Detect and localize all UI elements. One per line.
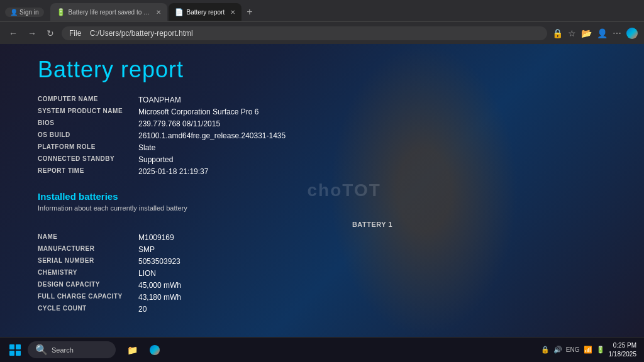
taskbar: 🔍 Search 📁 🔒 🔊 ENG 📶 🔋 0:25 PM 1/18/2025	[0, 337, 644, 362]
info-row-connected-standby: CONNECTED STANDBY Supported	[38, 155, 606, 164]
battery-row-manufacturer: MANUFACTURER SMP	[38, 245, 181, 254]
value-serial: 5053503923	[138, 257, 180, 266]
value-cycle-count: 20	[138, 305, 147, 314]
value-os-build: 26100.1.amd64fre.ge_release.240331-1435	[138, 131, 286, 140]
document-tab-icon: 📄	[175, 8, 184, 16]
report-content: Battery report COMPUTER NAME TOANPHAM SY…	[0, 44, 644, 337]
battery-row-serial: SERIAL NUMBER 5053503923	[38, 257, 181, 266]
tray-speaker-icon: 🔊	[553, 346, 562, 354]
collections-icon[interactable]: 📂	[581, 28, 592, 38]
win-logo-bl	[9, 351, 14, 356]
label-name: NAME	[38, 233, 138, 242]
info-row-platform-role: PLATFORM ROLE Slate	[38, 143, 606, 152]
settings-icon[interactable]: ⋯	[613, 28, 621, 38]
tab-close-battery-report[interactable]: ✕	[230, 9, 235, 16]
browser-content: choTOT Battery report COMPUTER NAME TOAN…	[0, 44, 644, 337]
clock-date: 1/18/2025	[609, 350, 637, 359]
label-bios: BIOS	[38, 119, 138, 128]
label-computer-name: COMPUTER NAME	[38, 96, 138, 104]
taskbar-file-explorer[interactable]: 📁	[123, 341, 141, 359]
tray-security-icon: 🔒	[541, 346, 550, 354]
value-name: M1009169	[138, 233, 174, 242]
tab-battery-life[interactable]: 🔋 Battery life report saved to file p...…	[50, 3, 167, 21]
label-system-product: SYSTEM PRODUCT NAME	[38, 107, 138, 116]
wifi-icon: 📶	[584, 346, 592, 354]
value-bios: 239.779.768 08/11/2015	[138, 119, 220, 128]
account-icon[interactable]: 👤	[597, 28, 608, 38]
tab-bar: 👤 Sign in 🔋 Battery life report saved to…	[0, 0, 644, 21]
battery-row-chemistry: CHEMISTRY LION	[38, 269, 181, 278]
signin-tab-btn[interactable]: 👤 Sign in	[5, 8, 44, 17]
value-connected-standby: Supported	[138, 155, 173, 164]
search-label: Search	[52, 346, 74, 354]
taskbar-tray: 🔒 🔊 ENG 📶 🔋 0:25 PM 1/18/2025	[541, 341, 639, 359]
battery-rows: NAME M1009169 MANUFACTURER SMP SERIAL NU…	[38, 233, 181, 317]
battery-row-design-capacity: DESIGN CAPACITY 45,000 mWh	[38, 281, 181, 290]
toolbar-icons: 🔒 ☆ 📂 👤 ⋯	[552, 28, 638, 39]
battery-row-name: NAME M1009169	[38, 233, 181, 242]
label-chemistry: CHEMISTRY	[38, 269, 138, 278]
favorite-icon[interactable]: ☆	[568, 28, 576, 38]
taskbar-search-bar[interactable]: 🔍 Search	[28, 341, 116, 358]
edge-icon-small	[150, 345, 160, 355]
search-icon: 🔍	[35, 344, 48, 356]
info-row-bios: BIOS 239.779.768 08/11/2015	[38, 119, 606, 128]
installed-batteries-subtitle: Information about each currently install…	[38, 204, 606, 212]
label-full-charge: FULL CHARGE CAPACITY	[38, 293, 138, 302]
battery-tab-icon: 🔋	[57, 8, 65, 16]
value-system-product: Microsoft Corporation Surface Pro 6	[138, 107, 258, 116]
system-info-table: COMPUTER NAME TOANPHAM SYSTEM PRODUCT NA…	[38, 96, 606, 176]
edge-logo	[626, 28, 638, 39]
window-controls: 👤 Sign in	[5, 8, 44, 17]
taskbar-pinned-icons: 📁	[118, 341, 538, 359]
value-manufacturer: SMP	[138, 245, 155, 254]
label-manufacturer: MANUFACTURER	[38, 245, 138, 254]
start-button[interactable]	[5, 340, 25, 360]
clock: 0:25 PM 1/18/2025	[609, 341, 637, 359]
label-cycle-count: CYCLE COUNT	[38, 305, 138, 314]
label-serial: SERIAL NUMBER	[38, 257, 138, 266]
battery-column-header: BATTERY 1	[138, 221, 606, 228]
label-report-time: REPORT TIME	[38, 167, 138, 176]
url-input[interactable]	[62, 26, 547, 40]
value-chemistry: LION	[138, 269, 156, 278]
battery-row-full-charge: FULL CHARGE CAPACITY 43,180 mWh	[38, 293, 181, 302]
report-title: Battery report	[38, 57, 606, 83]
info-row-computer-name: COMPUTER NAME TOANPHAM	[38, 96, 606, 104]
clock-time: 0:25 PM	[609, 341, 637, 350]
back-button[interactable]: ←	[6, 27, 20, 40]
battery-row-cycle-count: CYCLE COUNT 20	[38, 305, 181, 314]
info-row-report-time: REPORT TIME 2025-01-18 21:19:37	[38, 167, 606, 176]
label-os-build: OS BUILD	[38, 131, 138, 140]
battery-details-table: NAME M1009169 MANUFACTURER SMP SERIAL NU…	[38, 233, 606, 317]
shield-icon: 🔒	[552, 28, 563, 38]
person-icon: 👤	[10, 9, 18, 16]
value-report-time: 2025-01-18 21:19:37	[138, 167, 208, 176]
info-row-os-build: OS BUILD 26100.1.amd64fre.ge_release.240…	[38, 131, 606, 140]
value-full-charge: 43,180 mWh	[138, 293, 181, 302]
windows-logo	[9, 344, 21, 356]
info-row-system-product: SYSTEM PRODUCT NAME Microsoft Corporatio…	[38, 107, 606, 116]
win-logo-br	[16, 351, 21, 356]
value-platform-role: Slate	[138, 143, 155, 152]
forward-button[interactable]: →	[25, 27, 39, 40]
browser-chrome: 👤 Sign in 🔋 Battery life report saved to…	[0, 0, 644, 44]
tab-battery-report[interactable]: 📄 Battery report ✕	[169, 3, 242, 21]
tab-close-battery-life[interactable]: ✕	[156, 9, 161, 16]
label-platform-role: PLATFORM ROLE	[38, 143, 138, 152]
win-logo-tl	[9, 344, 14, 349]
installed-batteries-section: Installed batteries Information about ea…	[38, 191, 606, 317]
win-logo-tr	[16, 344, 21, 349]
taskbar-edge[interactable]	[146, 341, 164, 359]
new-tab-button[interactable]: +	[243, 6, 256, 18]
label-design-capacity: DESIGN CAPACITY	[38, 281, 138, 290]
installed-batteries-title: Installed batteries	[38, 191, 606, 202]
label-connected-standby: CONNECTED STANDBY	[38, 155, 138, 164]
battery-tray-icon: 🔋	[596, 346, 605, 354]
refresh-button[interactable]: ↻	[44, 27, 57, 40]
value-design-capacity: 45,000 mWh	[138, 281, 181, 290]
value-computer-name: TOANPHAM	[138, 96, 181, 104]
language-indicator: ENG	[566, 346, 580, 353]
address-bar: ← → ↻ 🔒 ☆ 📂 👤 ⋯	[0, 21, 644, 44]
system-tray-icons: 🔒 🔊 ENG 📶 🔋	[541, 346, 605, 354]
